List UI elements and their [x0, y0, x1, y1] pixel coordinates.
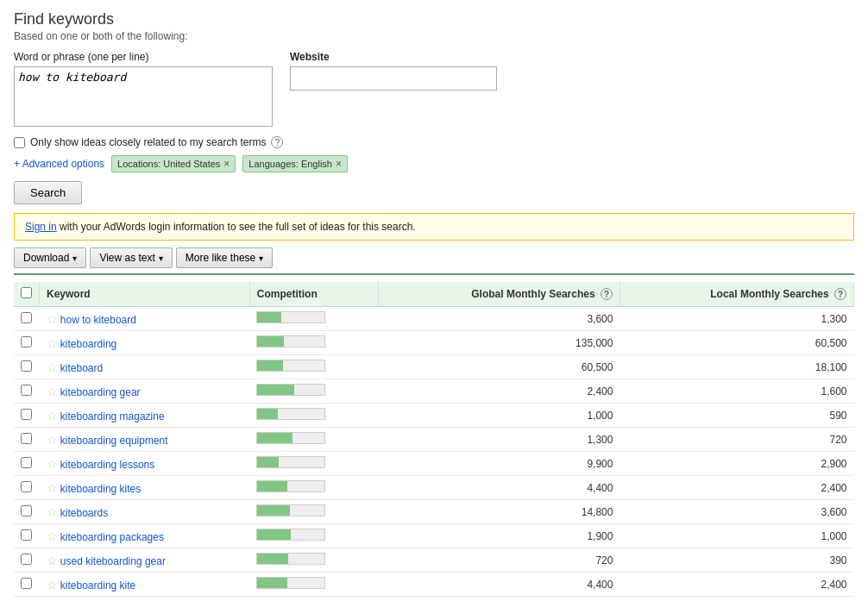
row-checkbox[interactable] — [21, 554, 32, 565]
star-icon[interactable]: ☆ — [47, 409, 58, 423]
checkbox-help-icon[interactable]: ? — [271, 136, 283, 148]
star-icon[interactable]: ☆ — [47, 312, 58, 326]
global-monthly-cell: 1,900 — [378, 524, 620, 548]
competition-cell — [249, 524, 378, 548]
competition-bar — [257, 336, 284, 347]
star-icon[interactable]: ☆ — [47, 360, 58, 374]
star-icon[interactable]: ☆ — [47, 554, 58, 567]
row-checkbox[interactable] — [21, 505, 32, 516]
row-checkbox[interactable] — [21, 409, 32, 420]
competition-bar — [257, 481, 287, 491]
star-icon[interactable]: ☆ — [47, 336, 58, 350]
download-button[interactable]: Download ▾ — [14, 247, 86, 268]
star-icon[interactable]: ☆ — [47, 505, 58, 519]
header-local-monthly: Local Monthly Searches ? — [620, 282, 853, 307]
star-icon[interactable]: ☆ — [47, 433, 58, 447]
global-monthly-cell: 720 — [378, 548, 620, 573]
row-checkbox[interactable] — [21, 336, 32, 347]
table-row: ☆ kiteboarding magazine 1,000 590 — [14, 404, 854, 428]
competition-cell — [249, 452, 378, 476]
table-row: ☆ kiteboarding kites 4,400 2,400 — [14, 476, 854, 500]
signin-link[interactable]: Sign in — [25, 221, 57, 233]
keyword-link[interactable]: used kiteboarding gear — [60, 555, 166, 567]
keyword-link[interactable]: kiteboarding gear — [60, 386, 141, 398]
competition-cell — [249, 331, 378, 355]
local-monthly-cell: 390 — [620, 548, 853, 573]
global-monthly-cell: 60,500 — [378, 355, 620, 379]
row-checkbox[interactable] — [21, 360, 32, 372]
view-as-text-button[interactable]: View as text ▾ — [90, 247, 172, 268]
keywords-table: Keyword Competition Global Monthly Searc… — [14, 282, 854, 601]
row-checkbox[interactable] — [21, 481, 32, 492]
more-like-these-button[interactable]: More like these ▾ — [176, 247, 273, 268]
star-icon[interactable]: ☆ — [47, 481, 58, 495]
local-help-icon[interactable]: ? — [834, 288, 846, 300]
keyword-cell: ☆ kiteboarding packages — [40, 524, 250, 548]
row-checkbox-cell — [14, 524, 40, 548]
keyword-link[interactable]: kiteboard — [60, 362, 103, 374]
row-checkbox[interactable] — [21, 312, 32, 323]
website-input[interactable] — [290, 66, 497, 91]
competition-cell — [249, 573, 378, 597]
competition-bar-wrap — [256, 335, 325, 347]
row-checkbox-cell — [14, 548, 40, 573]
search-button[interactable]: Search — [14, 181, 82, 204]
more-like-these-label: More like these — [186, 252, 255, 264]
global-monthly-cell: 1,000 — [378, 404, 620, 428]
keyword-cell: ☆ kiteboarding gear — [40, 379, 250, 404]
global-help-icon[interactable]: ? — [601, 288, 613, 300]
star-icon[interactable]: ☆ — [47, 385, 58, 398]
star-icon[interactable]: ☆ — [47, 578, 58, 592]
location-tag-close[interactable]: × — [223, 158, 230, 170]
word-label: Word or phrase (one per line) — [14, 51, 273, 63]
star-icon[interactable]: ☆ — [47, 457, 58, 471]
advanced-options-link[interactable]: Advanced options — [14, 158, 104, 170]
keyword-link[interactable]: kiteboarding magazine — [60, 410, 165, 423]
row-checkbox[interactable] — [21, 529, 32, 541]
select-all-checkbox[interactable] — [21, 287, 32, 298]
competition-bar-wrap — [256, 384, 325, 396]
related-checkbox[interactable] — [14, 137, 25, 148]
local-monthly-cell: 720 — [620, 428, 853, 452]
keyword-cell: ☆ kiteboard — [40, 355, 250, 379]
keyword-link[interactable]: kiteboarding equipment — [60, 435, 168, 447]
keyword-link[interactable]: how to kiteboard — [60, 314, 136, 326]
row-checkbox[interactable] — [21, 457, 32, 468]
keyword-link[interactable]: kiteboarding lessons — [60, 459, 154, 471]
table-row: ☆ used kiteboarding gear 720 390 — [14, 548, 854, 573]
competition-cell — [249, 307, 378, 331]
competition-cell — [249, 597, 378, 602]
page-title: Find keywords — [14, 10, 854, 28]
row-checkbox[interactable] — [21, 385, 32, 396]
row-checkbox[interactable] — [21, 578, 32, 589]
table-row: ☆ kiteboard 60,500 18,100 — [14, 355, 854, 379]
keyword-cell: ☆ kiteboarding lessons — [40, 452, 250, 476]
competition-bar — [257, 529, 291, 540]
page-container: Find keywords Based on one or both of th… — [0, 0, 868, 601]
word-textarea[interactable]: how to kiteboard — [14, 66, 273, 127]
keyword-cell: ☆ kiteboarding magazine — [40, 404, 250, 428]
language-tag-close[interactable]: × — [336, 158, 342, 170]
header-competition: Competition — [249, 282, 378, 307]
form-row: Word or phrase (one per line) how to kit… — [14, 51, 854, 129]
local-monthly-cell: 60,500 — [620, 331, 853, 355]
keyword-link[interactable]: kiteboarding kites — [60, 483, 141, 495]
table-row: ☆ kiteboarding lessons 9,900 2,900 — [14, 452, 854, 476]
download-label: Download — [23, 252, 69, 264]
local-monthly-cell: 590 — [620, 404, 853, 428]
keyword-link[interactable]: kiteboarding kite — [60, 579, 135, 592]
keyword-link[interactable]: kiteboards — [60, 507, 108, 519]
keyword-link[interactable]: kiteboarding — [60, 338, 116, 350]
row-checkbox[interactable] — [21, 433, 32, 444]
word-field-group: Word or phrase (one per line) how to kit… — [14, 51, 273, 129]
keyword-cell: ☆ kite surfing — [40, 597, 250, 602]
keyword-link[interactable]: kiteboarding packages — [60, 531, 164, 543]
table-header-row: Keyword Competition Global Monthly Searc… — [14, 282, 854, 307]
row-checkbox-cell — [14, 307, 40, 331]
competition-bar-wrap — [256, 360, 325, 372]
global-monthly-cell: 4,400 — [378, 476, 620, 500]
star-icon[interactable]: ☆ — [47, 529, 58, 543]
header-global-monthly: Global Monthly Searches ? — [378, 282, 620, 307]
row-checkbox-cell — [14, 404, 40, 428]
row-checkbox-cell — [14, 428, 40, 452]
